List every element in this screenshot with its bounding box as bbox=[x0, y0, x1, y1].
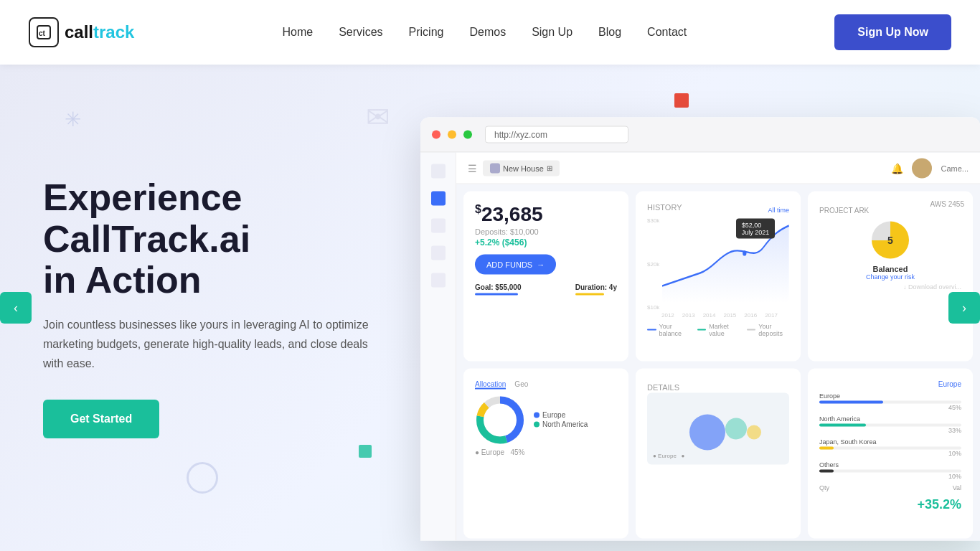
grid-icon: ⊞ bbox=[547, 164, 552, 172]
get-started-button[interactable]: Get Started bbox=[43, 400, 159, 438]
map-bubble-3 bbox=[747, 425, 761, 440]
allocation-legend: Europe North America bbox=[534, 411, 588, 430]
browser-dot-yellow bbox=[448, 131, 456, 139]
stats-row-europe: Europe 45% bbox=[819, 392, 961, 411]
allocation-donut-svg bbox=[475, 395, 525, 446]
nav-blog[interactable]: Blog bbox=[598, 26, 621, 39]
browser-window: http://xyz.com ☰ bbox=[420, 118, 980, 541]
map-bubble-2 bbox=[725, 418, 747, 440]
donut-area: Europe North America bbox=[475, 395, 617, 446]
user-avatar bbox=[912, 158, 932, 178]
deco-asterisk: ✳ bbox=[65, 108, 81, 131]
main-nav: Home Services Pricing Demos Sign Up Blog… bbox=[283, 26, 687, 39]
goal-row: Goal: $55,000 Duration: 4y bbox=[475, 283, 617, 296]
hero-section: ✳ ✉ Experience CallTrack.ai in Action Jo… bbox=[0, 65, 980, 551]
duration-item: Duration: 4y bbox=[575, 283, 617, 296]
logo-text: calltrack bbox=[65, 22, 134, 42]
sidebar-icon-reports bbox=[431, 246, 446, 260]
browser-dot-red bbox=[432, 131, 440, 139]
project-title: PROJECT ARK bbox=[819, 207, 869, 215]
nav-services[interactable]: Services bbox=[339, 26, 382, 39]
chart-legend: Your balance Market value Your deposits bbox=[647, 323, 789, 337]
allocation-card: Allocation Geo bbox=[463, 369, 628, 539]
header: ct calltrack Home Services Pricing Demos… bbox=[0, 0, 980, 65]
project-card: PROJECT ARK 5 Balanced Change your risk … bbox=[808, 192, 973, 362]
nav-pricing[interactable]: Pricing bbox=[409, 26, 444, 39]
history-timeframe: All time bbox=[768, 207, 789, 214]
hero-title: Experience CallTrack.ai in Action bbox=[43, 177, 430, 301]
stats-row-namerica: North America 33% bbox=[819, 415, 961, 434]
browser-bar: http://xyz.com bbox=[420, 118, 980, 153]
sidebar-icon-settings bbox=[431, 219, 446, 233]
tab-geo[interactable]: Geo bbox=[514, 380, 528, 390]
chevron-right-icon: › bbox=[962, 301, 966, 316]
svg-text:ct: ct bbox=[39, 29, 46, 37]
project-balanced-label: Balanced bbox=[819, 265, 961, 273]
dashboard-main: ☰ New House ⊞ 🔔 Came... bbox=[456, 153, 980, 541]
europe-pct-label: ● Europe 45% bbox=[475, 448, 617, 456]
nav-demos[interactable]: Demos bbox=[469, 26, 506, 39]
dashboard-content: ☰ New House ⊞ 🔔 Came... bbox=[420, 153, 980, 541]
change-indicator: +5.2% ($456) bbox=[475, 237, 617, 248]
dashboard-topbar: ☰ New House ⊞ 🔔 Came... bbox=[456, 153, 980, 184]
map-region-label: ● Europe ● bbox=[653, 453, 684, 459]
svg-point-2 bbox=[743, 250, 747, 255]
project-donut: 5 bbox=[872, 222, 909, 259]
chevron-left-icon: ‹ bbox=[14, 301, 18, 316]
nav-home[interactable]: Home bbox=[283, 26, 314, 39]
sidebar-icon-users bbox=[431, 273, 446, 288]
carousel-prev-button[interactable]: ‹ bbox=[0, 292, 32, 324]
signup-now-button[interactable]: Sign Up Now bbox=[834, 14, 951, 50]
hero-subtitle: Join countless businesses like yours in … bbox=[43, 315, 387, 374]
details-card: DETAILS ● Europe ● bbox=[636, 369, 801, 539]
sidebar-icon-home bbox=[431, 164, 446, 179]
notification-icon: 🔔 bbox=[891, 162, 903, 174]
nav-contact[interactable]: Contact bbox=[647, 26, 687, 39]
deposits-label: Deposits: $10,000 bbox=[475, 227, 617, 236]
browser-url-bar: http://xyz.com bbox=[485, 126, 628, 143]
deco-message-icon: ✉ bbox=[366, 100, 390, 133]
browser-dot-green bbox=[463, 131, 472, 139]
download-label: ↓ Download overvi... bbox=[819, 283, 961, 291]
chart-tooltip: $52,00 July 2021 bbox=[736, 219, 776, 239]
dashboard-grid: $23,685 Deposits: $10,000 +5.2% ($456) A… bbox=[456, 184, 980, 541]
hero-dashboard-preview: http://xyz.com ☰ bbox=[459, 65, 980, 551]
carousel-next-button[interactable]: › bbox=[948, 292, 980, 324]
user-name: Came... bbox=[941, 164, 969, 172]
profit-value: +35.2% bbox=[819, 497, 961, 512]
stats-row-japan: Japan, South Korea 10% bbox=[819, 438, 961, 457]
deco-green-square bbox=[359, 445, 372, 458]
hero-content: Experience CallTrack.ai in Action Join c… bbox=[43, 177, 430, 438]
nav-signup[interactable]: Sign Up bbox=[532, 26, 573, 39]
map-bubble-1 bbox=[689, 415, 725, 451]
allocation-tabs: Allocation Geo bbox=[475, 380, 617, 390]
history-title: HISTORY bbox=[647, 203, 682, 212]
history-card: HISTORY All time $30k$20k$10k $52,00 bbox=[636, 192, 801, 362]
world-map-area: ● Europe ● bbox=[647, 393, 789, 465]
logo-icon: ct bbox=[29, 17, 59, 47]
project-sublabel: Change your risk bbox=[819, 273, 961, 281]
balance-amount: $23,685 bbox=[475, 203, 617, 226]
topbar-left: ☰ New House ⊞ bbox=[468, 160, 560, 176]
stats-region: Europe bbox=[819, 380, 961, 388]
goal-item: Goal: $55,000 bbox=[475, 283, 521, 296]
stats-qty-row: Qty Val bbox=[819, 484, 961, 491]
brand-badge: New House ⊞ bbox=[483, 160, 560, 176]
stats-row-others: Others 10% bbox=[819, 461, 961, 480]
logo: ct calltrack bbox=[29, 17, 134, 47]
tab-allocation[interactable]: Allocation bbox=[475, 380, 506, 390]
topbar-right: 🔔 Came... bbox=[891, 158, 969, 178]
stats-card: Europe Europe 45% North America 33% bbox=[808, 369, 973, 539]
details-title: DETAILS bbox=[647, 383, 679, 392]
hamburger-icon: ☰ bbox=[468, 162, 477, 174]
add-funds-button[interactable]: ADD FUNDS bbox=[475, 255, 556, 275]
balance-card: $23,685 Deposits: $10,000 +5.2% ($456) A… bbox=[463, 192, 628, 362]
deco-circle bbox=[187, 462, 218, 494]
sidebar-icon-active bbox=[431, 192, 446, 206]
project-code: AWS 2455 bbox=[930, 200, 964, 208]
